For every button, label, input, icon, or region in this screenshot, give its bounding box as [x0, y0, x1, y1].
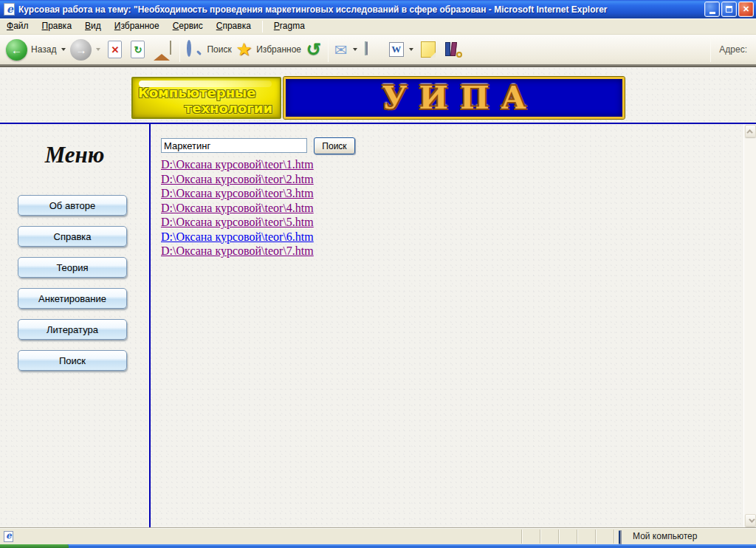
restore-icon [726, 6, 732, 13]
result-link[interactable]: D:\Оксана курсовой\teor\5.htm [161, 215, 314, 230]
result-link[interactable]: D:\Оксана курсовой\teor\1.htm [161, 157, 314, 172]
chevron-up-icon [746, 129, 752, 135]
banner-left-line1: Компьютерные [133, 78, 280, 100]
back-icon: ← [6, 39, 27, 61]
toolbar-separator2 [328, 37, 329, 62]
stop-button[interactable]: ✕ [108, 41, 122, 58]
toolbar-separator [179, 37, 180, 62]
banner-computer-technologies: Компьютерные технологии [131, 77, 281, 119]
search-input[interactable] [161, 138, 307, 153]
minimize-icon [709, 12, 715, 14]
search-toolbar-label: Поиск [207, 44, 231, 55]
menu-pragma[interactable]: Pragma [267, 18, 312, 34]
sidebar-button-search[interactable]: Поиск [18, 350, 127, 371]
home-icon-body [170, 41, 171, 55]
browser-viewport: Компьютерные технологии УИПА Меню Об авт… [0, 66, 756, 527]
banner-uipa-text: УИПА [370, 80, 538, 116]
result-link[interactable]: D:\Оксана курсовой\teor\6.htm [161, 230, 314, 244]
search-results-list: D:\Оксана курсовой\teor\1.htm D:\Оксана … [161, 157, 314, 258]
restore-button[interactable] [721, 1, 737, 17]
research-icon-lens [456, 52, 462, 58]
home-icon [154, 41, 170, 61]
toolbar-separator3 [710, 37, 711, 62]
status-zone-pane: Мой компьютер [614, 530, 756, 544]
taskbar-sliver[interactable] [0, 544, 756, 548]
back-label: Назад [31, 44, 56, 55]
menu-view[interactable]: Вид [78, 18, 108, 34]
menu-frame: Меню Об авторе Справка Теория Анкетирова… [0, 124, 151, 527]
status-cell [521, 530, 540, 544]
chevron-down-icon [749, 516, 755, 522]
search-toolbar-button[interactable]: Поиск [184, 42, 233, 57]
status-cell [558, 530, 577, 544]
favorites-button[interactable]: ★ Избранное [234, 41, 303, 58]
refresh-icon: ↻ [134, 44, 142, 55]
back-dropdown-icon[interactable] [61, 48, 66, 51]
print-button[interactable] [365, 42, 382, 57]
favorites-label: Избранное [256, 44, 301, 55]
menu-tools[interactable]: Сервис [166, 18, 210, 34]
sidebar-button-about-author[interactable]: Об авторе [18, 195, 127, 216]
stop-icon: ✕ [111, 44, 119, 55]
mail-dropdown-icon[interactable] [353, 48, 357, 51]
result-link[interactable]: D:\Оксана курсовой\teor\7.htm [161, 244, 314, 258]
result-link[interactable]: D:\Оксана курсовой\teor\4.htm [161, 201, 314, 216]
result-link[interactable]: D:\Оксана курсовой\teor\2.htm [161, 172, 314, 187]
back-button[interactable]: ← Назад [4, 39, 69, 61]
refresh-button[interactable]: ↻ [131, 41, 145, 58]
menu-heading: Меню [0, 142, 149, 168]
home-button[interactable] [154, 41, 171, 58]
forward-button[interactable]: → [69, 39, 103, 61]
close-button[interactable]: ✕ [738, 1, 754, 17]
star-icon: ★ [236, 41, 252, 58]
menu-bar: Файл Правка Вид Избранное Сервис Справка… [0, 18, 756, 35]
menu-favorites[interactable]: Избранное [108, 18, 166, 34]
my-computer-icon [619, 531, 629, 542]
status-pane-main [0, 531, 521, 542]
scroll-up-button[interactable] [745, 125, 756, 137]
forward-dropdown-icon [96, 48, 100, 51]
menu-edit[interactable]: Правка [35, 18, 79, 34]
notes-button[interactable] [421, 41, 436, 58]
status-cell [540, 530, 558, 544]
taskbar-highlight [69, 544, 756, 546]
research-icon [445, 42, 450, 56]
window-title: Курсовая работа на тему: "Необходимость … [18, 4, 703, 15]
sidebar-button-literature[interactable]: Литература [18, 319, 127, 340]
search-submit-button[interactable]: Поиск [314, 137, 355, 154]
mail-button[interactable]: ✉ [332, 42, 360, 58]
status-cell [577, 530, 595, 544]
sidebar-button-survey[interactable]: Анкетирование [18, 288, 127, 309]
research-button[interactable] [444, 41, 462, 58]
history-button[interactable]: ↺ [306, 41, 321, 58]
edit-word-button[interactable]: W [387, 42, 416, 57]
banner-left-line2: технологии [133, 100, 280, 116]
mail-icon: ✉ [334, 42, 348, 58]
forward-icon: → [70, 39, 92, 61]
security-zone-label: Мой компьютер [633, 531, 697, 541]
title-bar: Курсовая работа на тему: "Необходимость … [0, 0, 756, 18]
scroll-down-button[interactable] [745, 514, 756, 527]
sidebar-button-theory[interactable]: Теория [18, 257, 127, 278]
ie-document-icon [4, 3, 15, 16]
search-icon [187, 42, 202, 57]
menu-help[interactable]: Справка [210, 18, 258, 34]
word-dropdown-icon[interactable] [409, 48, 413, 51]
status-cell [595, 530, 614, 544]
messenger-button[interactable] [469, 41, 488, 58]
menu-separator [262, 21, 263, 32]
sidebar-button-help[interactable]: Справка [18, 226, 127, 247]
printer-icon-body [366, 41, 368, 55]
minimize-button[interactable] [704, 1, 720, 17]
status-bar: Мой компьютер [0, 527, 756, 544]
toolbar: ← Назад → ✕ ↻ Поиск ★ Избранное ↺ ✉ W [0, 35, 756, 66]
menu-file[interactable]: Файл [0, 18, 35, 34]
banner-uipa: УИПА [284, 77, 625, 119]
word-icon: W [389, 42, 404, 57]
start-button-edge[interactable] [0, 544, 69, 548]
result-link[interactable]: D:\Оксана курсовой\teor\3.htm [161, 186, 314, 201]
ie-status-icon [4, 531, 13, 542]
vertical-scrollbar[interactable] [743, 124, 756, 527]
address-bar-label[interactable]: Адрес: [715, 44, 752, 55]
